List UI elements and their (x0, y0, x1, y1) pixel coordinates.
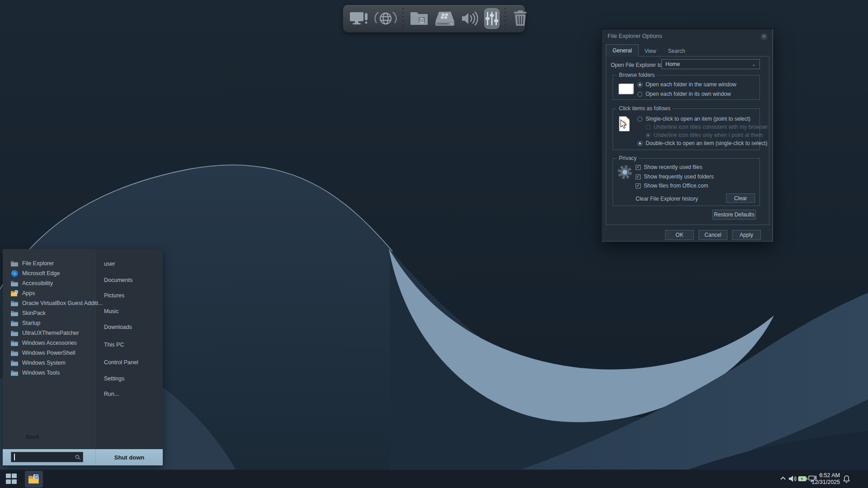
folder-icon (11, 300, 18, 306)
tray-volume-icon[interactable] (788, 475, 797, 483)
start-menu-item-documents[interactable]: Documents (104, 276, 132, 285)
start-menu-item-run[interactable]: Run... (104, 389, 119, 399)
open-to-value: Home (665, 61, 680, 67)
start-menu-item-microsoft-edge[interactable]: Microsoft Edge (11, 269, 60, 278)
browse-folders-legend: Browse folders (617, 72, 657, 78)
radio-row[interactable]: Single-click to open an item (point to s… (637, 116, 750, 122)
dialog-titlebar[interactable]: File Explorer Options ✕ (602, 29, 772, 43)
start-menu-item-downloads[interactable]: Downloads (104, 323, 132, 332)
start-menu-item-file-explorer[interactable]: File Explorer (11, 259, 54, 268)
search-icon (75, 454, 81, 462)
start-menu-item-skinpack[interactable]: SkinPack (11, 309, 46, 318)
radio-selected-icon[interactable] (637, 141, 642, 146)
edge-icon (11, 270, 18, 277)
folder-library-icon[interactable] (409, 9, 429, 28)
chevron-down-icon: ⌄ (752, 61, 756, 67)
desktop-dock (343, 5, 525, 33)
radio-icon[interactable] (637, 117, 642, 122)
radio-icon[interactable] (637, 92, 642, 97)
folder-icon (11, 340, 18, 346)
taskbar: 6:52 AM 12/31/2025 (0, 469, 868, 488)
volume-icon[interactable] (460, 9, 480, 28)
start-menu-bottom-bar: Shut down (3, 449, 163, 465)
start-menu-item-virtualbox[interactable]: Oracle VirtualBox Guest Additi... (11, 299, 103, 308)
dock-separator (504, 8, 507, 29)
network-globe-icon[interactable] (374, 9, 397, 28)
start-menu-item-ultrauxthemepatcher[interactable]: UltraUXThemePatcher (11, 328, 79, 338)
start-button[interactable] (6, 474, 18, 484)
checkbox-row[interactable]: Show recently used files (636, 164, 702, 170)
apply-button[interactable]: Apply (732, 230, 761, 240)
start-menu-item-music[interactable]: Music (104, 307, 119, 316)
start-menu-item-this-pc[interactable]: This PC (104, 340, 124, 349)
start-menu-item-windows-accessories[interactable]: Windows Accessories (11, 338, 77, 347)
equalizer-icon[interactable] (484, 8, 500, 29)
file-explorer-taskbar-icon[interactable] (25, 471, 43, 488)
folder-icon (11, 260, 18, 267)
taskbar-clock[interactable]: 6:52 AM 12/31/2025 (811, 472, 840, 486)
text-caret (14, 454, 15, 460)
mouse-cursor (620, 119, 629, 131)
file-explorer-options-dialog: File Explorer Options ✕ General View Sea… (601, 29, 773, 242)
ok-button[interactable]: OK (665, 230, 694, 240)
start-menu-item-windows-tools[interactable]: Windows Tools (11, 368, 60, 377)
click-items-group: Click items as follows Single-click to o… (613, 108, 760, 150)
tray-time: 6:52 AM (811, 472, 840, 479)
start-menu-item-control-panel[interactable]: Control Panel (104, 358, 138, 367)
start-menu-item-windows-powershell[interactable]: Windows PowerShell (11, 348, 75, 357)
tray-chevron-up-icon[interactable] (780, 475, 786, 482)
click-items-legend: Click items as follows (617, 105, 673, 112)
tray-notification-bell-icon[interactable] (843, 475, 850, 483)
start-menu-item-windows-system[interactable]: Windows System (11, 358, 66, 367)
start-menu-item-pictures[interactable]: Pictures (104, 291, 124, 300)
dialog-tabs: General View Search (606, 45, 691, 56)
start-menu-item-startup[interactable]: Startup (11, 319, 40, 328)
folder-icon (11, 350, 18, 356)
tab-general[interactable]: General (606, 44, 639, 56)
radio-row[interactable]: Open each folder in the same window (637, 81, 736, 88)
tray-date: 12/31/2025 (811, 479, 840, 486)
recycle-bin-icon[interactable] (511, 9, 530, 28)
start-menu-item-apps[interactable]: Apps (11, 289, 35, 298)
start-menu: File Explorer Microsoft Edge Accessibili… (3, 249, 163, 465)
checkbox-checked-icon[interactable] (636, 174, 641, 179)
radio-row[interactable]: Double-click to open an item (single-cli… (637, 140, 767, 146)
clear-history-label: Clear File Explorer history (636, 196, 698, 202)
restore-defaults-button[interactable]: Restore Defaults (712, 210, 756, 220)
gear-icon (617, 164, 633, 182)
clear-button[interactable]: Clear (726, 193, 755, 203)
folder-icon (11, 330, 18, 336)
folder-icon (11, 370, 18, 376)
dock-separator (401, 8, 405, 29)
dialog-title: File Explorer Options (608, 33, 662, 39)
tab-search[interactable]: Search (662, 46, 691, 56)
checkbox-checked-icon[interactable] (636, 165, 641, 170)
privacy-group: Privacy Show recently used files Show fr… (613, 158, 760, 206)
checkbox-checked-icon[interactable] (636, 183, 641, 188)
radio-row[interactable]: Open each folder in its own window (637, 91, 731, 97)
windows-logo-icon (6, 474, 11, 478)
back-button[interactable]: Back (26, 434, 39, 440)
start-menu-item-settings[interactable]: Settings (104, 374, 124, 383)
checkbox-row[interactable]: Show files from Office.com (636, 183, 708, 189)
apps-folder-icon (11, 290, 18, 296)
computer-icon[interactable] (349, 9, 370, 28)
radio-disabled-icon (646, 125, 651, 130)
browse-folders-group: Browse folders Open each folder in the s… (613, 75, 760, 100)
cancel-button[interactable]: Cancel (698, 230, 727, 240)
checkbox-row[interactable]: Show frequently used folders (636, 174, 714, 180)
start-menu-item-accessibility[interactable]: Accessibility (11, 279, 53, 288)
radio-disabled-selected-icon (646, 133, 651, 138)
search-input[interactable] (11, 452, 83, 462)
tray-battery-icon[interactable] (798, 476, 807, 482)
drive-windows-icon[interactable] (434, 9, 456, 28)
radio-selected-icon[interactable] (637, 82, 642, 87)
folder-icon (11, 310, 18, 316)
radio-row-disabled: Underline icon titles only when I point … (646, 132, 763, 138)
shutdown-button[interactable]: Shut down (96, 449, 163, 465)
tab-view[interactable]: View (639, 46, 662, 56)
open-to-dropdown[interactable]: Home ⌄ (661, 59, 760, 69)
start-menu-item-user[interactable]: user (104, 259, 115, 268)
folder-check-icon (28, 474, 40, 484)
close-icon[interactable]: ✕ (761, 33, 767, 40)
